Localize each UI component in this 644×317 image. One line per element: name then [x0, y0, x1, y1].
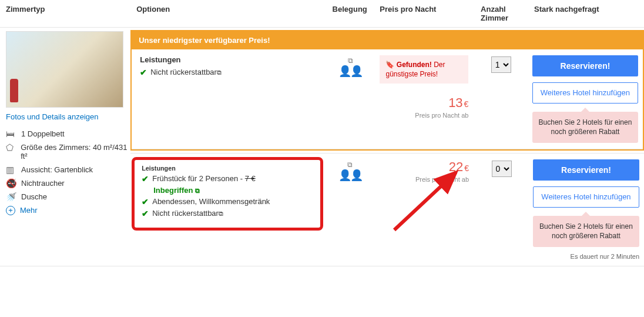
- feature-breakfast: ✔ Frühstück für 2 Personen - 7 €: [142, 174, 313, 183]
- occupancy-icon: 👤👤: [327, 169, 374, 182]
- amenity-shower: 🚿Dusche: [6, 190, 130, 203]
- tag-icon: 🔖: [385, 61, 396, 69]
- amenity-more[interactable]: +Mehr: [6, 203, 130, 218]
- check-icon: ✔: [142, 209, 149, 218]
- nosmoking-icon: 🚭: [6, 179, 16, 188]
- amenity-bed: 🛏1 Doppelbett: [6, 127, 130, 141]
- feature-nonrefundable: ✔ Nicht rückerstattbar⧉: [142, 209, 313, 218]
- amenity-size: ⬠Größe des Zimmers: 40 m²/431 ft²: [6, 141, 130, 163]
- duration-note: Es dauert nur 2 Minuten: [533, 253, 639, 260]
- view-icon: ▥: [6, 165, 16, 174]
- check-icon: ✔: [142, 174, 149, 183]
- amenity-nosmoke: 🚭Nichtraucher: [6, 176, 130, 190]
- lowest-price-banner: Unser niedrigster verfügbarer Preis!: [132, 31, 643, 49]
- feature-nonrefundable: ✔ Nicht rückerstattbar⧉: [140, 68, 318, 77]
- room-quantity-select[interactable]: 0: [492, 161, 512, 177]
- features-title: Leistungen: [142, 165, 313, 172]
- col-header-demand: Stark nachgefragt: [528, 0, 644, 28]
- amenity-view: ▥Aussicht: Gartenblick: [6, 163, 130, 176]
- occupancy-expand-icon[interactable]: ⧉: [327, 161, 374, 169]
- price-sublabel: Preis pro Nacht ab: [380, 112, 468, 119]
- feature-dinner: ✔ Abendessen, Willkommensgetränk: [142, 197, 313, 206]
- highlighted-option-box: Leistungen ✔ Frühstück für 2 Personen - …: [132, 157, 323, 231]
- multi-hotel-promo: Buchen Sie 2 Hotels für einen noch größe…: [533, 216, 639, 248]
- col-header-occupancy: Belegung: [327, 0, 374, 28]
- col-header-roomtype: Zimmertyp: [0, 0, 130, 28]
- add-hotel-button[interactable]: Weiteres Hotel hinzufügen: [533, 186, 639, 208]
- price-sublabel: Preis pro Nacht ab: [380, 176, 469, 183]
- external-icon: ⧉: [217, 69, 222, 76]
- multi-hotel-promo: Buchen Sie 2 Hotels für einen noch größe…: [532, 112, 638, 144]
- found-cheapest-badge: 🔖 Gefunden! Der günstigste Preis!: [380, 55, 468, 84]
- shower-icon: 🚿: [6, 192, 16, 201]
- check-icon: ✔: [140, 68, 147, 77]
- plus-icon: +: [6, 206, 15, 215]
- occupancy-icon: 👤👤: [327, 65, 374, 78]
- col-header-price: Preis pro Nacht: [374, 0, 475, 28]
- room-quantity-select[interactable]: 1: [491, 56, 511, 73]
- add-hotel-button[interactable]: Weiteres Hotel hinzufügen: [532, 82, 638, 104]
- price-value: 13€: [380, 95, 468, 111]
- size-icon: ⬠: [6, 143, 16, 152]
- features-title: Leistungen: [140, 55, 318, 64]
- external-icon: ⧉: [219, 210, 223, 217]
- bed-icon: 🛏: [6, 129, 16, 138]
- external-icon: ⧉: [195, 187, 200, 194]
- room-photo[interactable]: [6, 31, 123, 108]
- breakfast-included-label: Inbegriffen ⧉: [153, 186, 313, 195]
- col-header-options: Optionen: [130, 0, 326, 28]
- price-value: 22€: [380, 159, 469, 175]
- lowest-price-option: Unser niedrigster verfügbarer Preis! Lei…: [130, 30, 644, 151]
- col-header-qty: Anzahl Zimmer: [475, 0, 528, 28]
- photo-details-link[interactable]: Fotos und Details anzeigen: [6, 112, 99, 121]
- occupancy-expand-icon[interactable]: ⧉: [327, 56, 374, 65]
- check-icon: ✔: [142, 197, 149, 206]
- reserve-button[interactable]: Reservieren!: [532, 55, 638, 76]
- reserve-button[interactable]: Reservieren!: [533, 159, 639, 181]
